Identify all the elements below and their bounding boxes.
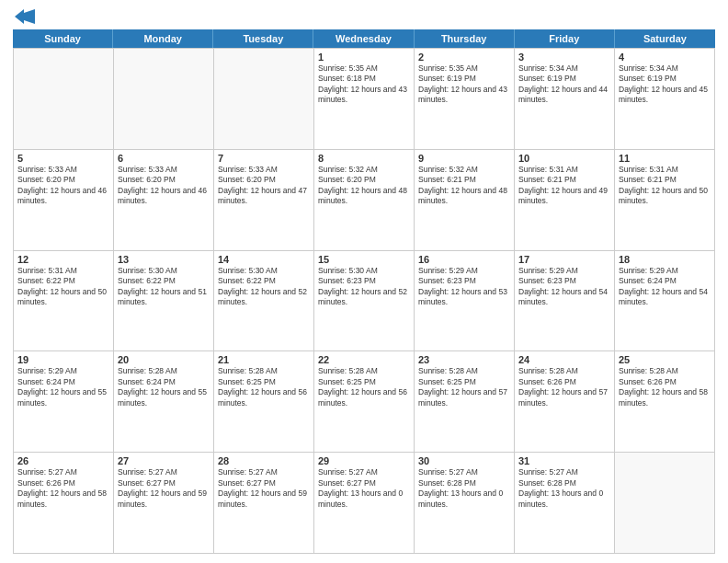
day-number: 21 <box>218 354 310 365</box>
calendar-row-4: 19Sunrise: 5:29 AM Sunset: 6:24 PM Dayli… <box>14 351 715 453</box>
sun-info: Sunrise: 5:35 AM Sunset: 6:19 PM Dayligh… <box>418 63 510 106</box>
sun-info: Sunrise: 5:27 AM Sunset: 6:27 PM Dayligh… <box>318 467 410 510</box>
sun-info: Sunrise: 5:30 AM Sunset: 6:23 PM Dayligh… <box>318 266 410 308</box>
calendar: SundayMondayTuesdayWednesdayThursdayFrid… <box>13 29 715 554</box>
calendar-cell-day-18: 18Sunrise: 5:29 AM Sunset: 6:24 PM Dayli… <box>615 251 715 352</box>
calendar-cell-empty <box>214 49 314 150</box>
sun-info: Sunrise: 5:29 AM Sunset: 6:23 PM Dayligh… <box>518 266 610 308</box>
day-header-thursday: Thursday <box>415 29 515 48</box>
calendar-header: SundayMondayTuesdayWednesdayThursdayFrid… <box>13 29 715 48</box>
calendar-cell-day-27: 27Sunrise: 5:27 AM Sunset: 6:27 PM Dayli… <box>114 453 214 554</box>
day-number: 20 <box>118 354 210 365</box>
day-number: 19 <box>17 354 109 365</box>
calendar-cell-day-20: 20Sunrise: 5:28 AM Sunset: 6:24 PM Dayli… <box>114 351 214 453</box>
sun-info: Sunrise: 5:28 AM Sunset: 6:25 PM Dayligh… <box>418 366 510 408</box>
page: SundayMondayTuesdayWednesdayThursdayFrid… <box>0 0 728 563</box>
sun-info: Sunrise: 5:27 AM Sunset: 6:28 PM Dayligh… <box>418 467 510 510</box>
sun-info: Sunrise: 5:29 AM Sunset: 6:24 PM Dayligh… <box>619 266 711 308</box>
sun-info: Sunrise: 5:27 AM Sunset: 6:27 PM Dayligh… <box>218 467 310 510</box>
day-number: 29 <box>318 455 410 466</box>
calendar-cell-day-30: 30Sunrise: 5:27 AM Sunset: 6:28 PM Dayli… <box>415 453 515 554</box>
day-number: 3 <box>518 52 610 63</box>
calendar-cell-day-13: 13Sunrise: 5:30 AM Sunset: 6:22 PM Dayli… <box>114 251 214 352</box>
day-number: 11 <box>619 153 711 164</box>
sun-info: Sunrise: 5:32 AM Sunset: 6:21 PM Dayligh… <box>418 165 510 207</box>
sun-info: Sunrise: 5:34 AM Sunset: 6:19 PM Dayligh… <box>619 63 711 106</box>
sun-info: Sunrise: 5:34 AM Sunset: 6:19 PM Dayligh… <box>518 63 610 106</box>
sun-info: Sunrise: 5:27 AM Sunset: 6:26 PM Dayligh… <box>17 467 109 510</box>
calendar-cell-day-1: 1Sunrise: 5:35 AM Sunset: 6:18 PM Daylig… <box>314 49 415 150</box>
calendar-cell-day-6: 6Sunrise: 5:33 AM Sunset: 6:20 PM Daylig… <box>114 150 214 251</box>
calendar-cell-day-2: 2Sunrise: 5:35 AM Sunset: 6:19 PM Daylig… <box>415 49 515 150</box>
day-number: 30 <box>418 455 510 466</box>
svg-marker-1 <box>24 9 35 24</box>
calendar-row-5: 26Sunrise: 5:27 AM Sunset: 6:26 PM Dayli… <box>14 453 715 554</box>
sun-info: Sunrise: 5:31 AM Sunset: 6:21 PM Dayligh… <box>518 165 610 207</box>
calendar-cell-day-25: 25Sunrise: 5:28 AM Sunset: 6:26 PM Dayli… <box>615 351 715 453</box>
day-number: 8 <box>318 153 410 164</box>
calendar-cell-day-8: 8Sunrise: 5:32 AM Sunset: 6:20 PM Daylig… <box>314 150 415 251</box>
day-header-friday: Friday <box>515 29 615 48</box>
calendar-cell-day-31: 31Sunrise: 5:27 AM Sunset: 6:28 PM Dayli… <box>515 453 615 554</box>
calendar-cell-day-3: 3Sunrise: 5:34 AM Sunset: 6:19 PM Daylig… <box>515 49 615 150</box>
calendar-cell-day-26: 26Sunrise: 5:27 AM Sunset: 6:26 PM Dayli… <box>14 453 114 554</box>
sun-info: Sunrise: 5:30 AM Sunset: 6:22 PM Dayligh… <box>218 266 310 308</box>
calendar-cell-day-5: 5Sunrise: 5:33 AM Sunset: 6:20 PM Daylig… <box>14 150 114 251</box>
calendar-cell-day-17: 17Sunrise: 5:29 AM Sunset: 6:23 PM Dayli… <box>515 251 615 352</box>
day-header-monday: Monday <box>113 29 213 48</box>
logo-icon <box>15 9 35 24</box>
sun-info: Sunrise: 5:28 AM Sunset: 6:25 PM Dayligh… <box>218 366 310 408</box>
header <box>13 9 715 24</box>
svg-marker-0 <box>15 9 24 24</box>
sun-info: Sunrise: 5:29 AM Sunset: 6:24 PM Dayligh… <box>17 366 109 408</box>
day-number: 31 <box>518 455 610 466</box>
day-number: 1 <box>318 52 410 63</box>
sun-info: Sunrise: 5:29 AM Sunset: 6:23 PM Dayligh… <box>418 266 510 308</box>
calendar-cell-day-16: 16Sunrise: 5:29 AM Sunset: 6:23 PM Dayli… <box>415 251 515 352</box>
sun-info: Sunrise: 5:33 AM Sunset: 6:20 PM Dayligh… <box>218 165 310 207</box>
day-number: 27 <box>118 455 210 466</box>
day-number: 2 <box>418 52 510 63</box>
day-number: 13 <box>118 254 210 265</box>
sun-info: Sunrise: 5:27 AM Sunset: 6:28 PM Dayligh… <box>518 467 610 510</box>
sun-info: Sunrise: 5:28 AM Sunset: 6:26 PM Dayligh… <box>619 366 711 408</box>
sun-info: Sunrise: 5:27 AM Sunset: 6:27 PM Dayligh… <box>118 467 210 510</box>
calendar-cell-day-23: 23Sunrise: 5:28 AM Sunset: 6:25 PM Dayli… <box>415 351 515 453</box>
day-number: 23 <box>418 354 510 365</box>
calendar-cell-day-10: 10Sunrise: 5:31 AM Sunset: 6:21 PM Dayli… <box>515 150 615 251</box>
day-number: 28 <box>218 455 310 466</box>
calendar-body: 1Sunrise: 5:35 AM Sunset: 6:18 PM Daylig… <box>13 48 715 554</box>
sun-info: Sunrise: 5:35 AM Sunset: 6:18 PM Dayligh… <box>318 63 410 106</box>
calendar-cell-day-9: 9Sunrise: 5:32 AM Sunset: 6:21 PM Daylig… <box>415 150 515 251</box>
calendar-cell-day-21: 21Sunrise: 5:28 AM Sunset: 6:25 PM Dayli… <box>214 351 314 453</box>
day-number: 25 <box>619 354 711 365</box>
day-header-sunday: Sunday <box>13 29 113 48</box>
day-header-wednesday: Wednesday <box>313 29 414 48</box>
calendar-row-3: 12Sunrise: 5:31 AM Sunset: 6:22 PM Dayli… <box>14 251 715 352</box>
calendar-cell-empty <box>114 49 214 150</box>
calendar-cell-empty <box>14 49 114 150</box>
calendar-cell-day-14: 14Sunrise: 5:30 AM Sunset: 6:22 PM Dayli… <box>214 251 314 352</box>
calendar-cell-day-11: 11Sunrise: 5:31 AM Sunset: 6:21 PM Dayli… <box>615 150 715 251</box>
logo <box>13 9 35 24</box>
calendar-cell-day-24: 24Sunrise: 5:28 AM Sunset: 6:26 PM Dayli… <box>515 351 615 453</box>
calendar-cell-day-22: 22Sunrise: 5:28 AM Sunset: 6:25 PM Dayli… <box>314 351 415 453</box>
sun-info: Sunrise: 5:30 AM Sunset: 6:22 PM Dayligh… <box>118 266 210 308</box>
calendar-cell-day-28: 28Sunrise: 5:27 AM Sunset: 6:27 PM Dayli… <box>214 453 314 554</box>
sun-info: Sunrise: 5:32 AM Sunset: 6:20 PM Dayligh… <box>318 165 410 207</box>
day-header-tuesday: Tuesday <box>213 29 313 48</box>
calendar-cell-day-15: 15Sunrise: 5:30 AM Sunset: 6:23 PM Dayli… <box>314 251 415 352</box>
day-number: 6 <box>118 153 210 164</box>
sun-info: Sunrise: 5:31 AM Sunset: 6:22 PM Dayligh… <box>17 266 109 308</box>
day-number: 18 <box>619 254 711 265</box>
day-number: 12 <box>17 254 109 265</box>
calendar-row-2: 5Sunrise: 5:33 AM Sunset: 6:20 PM Daylig… <box>14 150 715 251</box>
calendar-cell-day-4: 4Sunrise: 5:34 AM Sunset: 6:19 PM Daylig… <box>615 49 715 150</box>
sun-info: Sunrise: 5:28 AM Sunset: 6:25 PM Dayligh… <box>318 366 410 408</box>
day-number: 22 <box>318 354 410 365</box>
sun-info: Sunrise: 5:33 AM Sunset: 6:20 PM Dayligh… <box>118 165 210 207</box>
sun-info: Sunrise: 5:28 AM Sunset: 6:24 PM Dayligh… <box>118 366 210 408</box>
calendar-cell-day-29: 29Sunrise: 5:27 AM Sunset: 6:27 PM Dayli… <box>314 453 415 554</box>
day-number: 14 <box>218 254 310 265</box>
day-number: 4 <box>619 52 711 63</box>
